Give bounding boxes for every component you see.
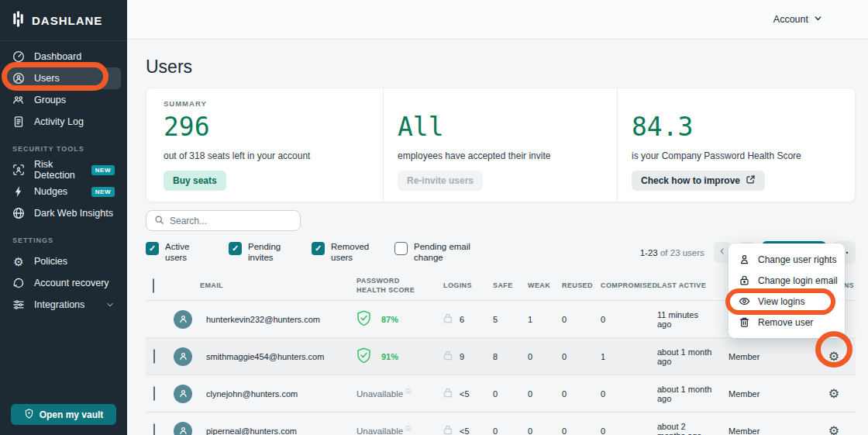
sidebar-item-risk-detection[interactable]: Risk Detection NEW	[6, 159, 121, 181]
groups-icon	[12, 94, 25, 106]
safe-count: 0	[477, 389, 513, 399]
compromised-count: 0	[587, 426, 643, 435]
sidebar-item-dashboard[interactable]: Dashboard	[6, 46, 121, 67]
shield-check-icon	[356, 310, 371, 328]
weak-count: 0	[513, 389, 547, 399]
checkbox[interactable]: ✓	[229, 242, 242, 255]
last-active: about 2 months ago	[643, 422, 715, 435]
user-rights: Member	[715, 426, 812, 435]
sidebar-item-users[interactable]: Users	[6, 67, 121, 89]
sidebar-item-policies[interactable]: ⚙ Policies	[6, 250, 121, 272]
filter-pending-email-change[interactable]: Pending email change	[394, 242, 482, 264]
checkbox[interactable]: ✓	[312, 242, 325, 255]
open-my-vault-button[interactable]: Open my vault	[11, 404, 116, 425]
eye-icon	[739, 295, 750, 307]
filter-pending-invites[interactable]: ✓ Pending invites	[229, 242, 288, 264]
select-all-checkbox[interactable]	[153, 278, 154, 293]
row-checkbox[interactable]	[153, 386, 155, 401]
filter-active-users[interactable]: ✓ Active users	[146, 242, 205, 264]
sidebar-item-label: Dashboard	[34, 51, 81, 62]
summary-invites-column: All employees have accepted their invite…	[383, 88, 617, 202]
users-icon	[12, 72, 25, 85]
logins-count: 9	[460, 352, 464, 361]
gear-icon[interactable]: ⚙	[828, 425, 839, 435]
chevron-down-icon	[813, 13, 823, 26]
sidebar-item-integrations[interactable]: Integrations	[6, 294, 121, 316]
filter-removed-users[interactable]: ✓ Removed users	[312, 242, 371, 264]
sidebar-section-title: SECURITY TOOLS	[6, 133, 121, 159]
menu-item-change-login-email[interactable]: Change login email	[728, 270, 845, 291]
sidebar-item-label: Activity Log	[34, 116, 84, 127]
filter-label: Removed users	[331, 242, 371, 264]
column-header-safe: SAFE	[477, 281, 513, 291]
dashboard-icon	[12, 50, 25, 63]
search-icon	[154, 214, 164, 228]
row-checkbox[interactable]	[153, 349, 155, 364]
gear-icon[interactable]: ⚙	[828, 350, 839, 363]
sidebar-item-label: Policies	[34, 256, 67, 267]
policies-icon: ⚙	[12, 255, 25, 268]
user-actions-context-menu: Change user rights Change login email Vi…	[728, 243, 845, 338]
summary-health-column: 84.3 is your Company Password Health Sco…	[617, 88, 855, 202]
safe-count: 8	[477, 352, 513, 361]
avatar	[174, 310, 192, 329]
sidebar-item-groups[interactable]: Groups	[6, 89, 121, 111]
dashlane-wordmark: DASHLANE	[32, 14, 102, 27]
menu-item-change-user-rights[interactable]: Change user rights	[728, 249, 845, 270]
sidebar-item-dark-web-insights[interactable]: Dark Web Insights	[6, 202, 121, 224]
menu-item-remove-user[interactable]: Remove user	[728, 312, 845, 333]
dark-web-icon	[12, 207, 25, 219]
column-header-email: EMAIL	[200, 281, 344, 291]
menu-item-label: Change login email	[758, 275, 838, 286]
user-email: clynejohn@hunters.com	[200, 389, 344, 399]
health-score-description: is your Company Password Health Score	[632, 150, 855, 161]
row-checkbox[interactable]	[153, 423, 155, 435]
sidebar-item-account-recovery[interactable]: Account recovery	[6, 272, 121, 294]
sidebar-item-nudges[interactable]: Nudges NEW	[6, 181, 121, 202]
sidebar-item-label: Dark Web Insights	[34, 208, 113, 219]
main-content: Users SUMMARY 296 out of 318 seats left …	[127, 40, 868, 435]
lock-icon	[443, 313, 453, 325]
password-health-unavailable: Unavailable ⓘ	[356, 389, 411, 399]
search-input[interactable]	[170, 216, 292, 226]
new-badge: NEW	[91, 165, 115, 175]
reinvite-users-button[interactable]: Re-invite users	[398, 171, 483, 191]
column-header-weak: WEAK	[513, 281, 547, 291]
menu-item-view-logins[interactable]: View logins	[728, 291, 845, 312]
password-health-score: 91%	[381, 352, 398, 361]
sidebar-section-title: SETTINGS	[6, 224, 121, 250]
chevron-left-icon	[718, 247, 727, 258]
trash-icon	[739, 316, 750, 328]
topbar: Account	[127, 0, 868, 40]
password-health-unavailable: Unavailable ⓘ	[356, 426, 411, 435]
sidebar-item-label: Groups	[34, 95, 66, 105]
reused-count: 0	[547, 426, 587, 435]
gear-icon[interactable]: ⚙	[828, 388, 839, 400]
info-icon: ⓘ	[405, 389, 411, 395]
search-box	[146, 210, 301, 231]
buy-seats-button[interactable]: Buy seats	[164, 171, 226, 191]
sidebar-item-activity-log[interactable]: Activity Log	[6, 111, 121, 133]
weak-count: 0	[513, 352, 547, 361]
reused-count: 0	[547, 315, 587, 324]
dashlane-logo: DASHLANE	[0, 0, 127, 41]
external-link-icon	[746, 174, 756, 187]
password-health-score: 87%	[381, 315, 398, 324]
summary-seats-column: SUMMARY 296 out of 318 seats left in you…	[146, 88, 383, 202]
account-menu-button[interactable]: Account	[773, 13, 823, 26]
account-recovery-icon	[12, 277, 25, 289]
compromised-count: 0	[587, 315, 643, 324]
checkbox[interactable]: ✓	[146, 242, 159, 255]
filter-label: Pending email change	[414, 242, 482, 264]
sidebar-item-label: Users	[34, 73, 60, 84]
checkbox[interactable]	[394, 242, 408, 255]
column-header-last-active: LAST ACTIVE	[643, 281, 715, 291]
menu-item-label: View logins	[758, 296, 804, 307]
check-how-to-improve-button[interactable]: Check how to improve	[632, 171, 765, 191]
page-title: Users	[146, 57, 856, 78]
table-row: clynejohn@hunters.com Unavailable ⓘ <5 0…	[146, 375, 856, 413]
sidebar-item-label: Account recovery	[34, 278, 109, 288]
safe-count: 0	[477, 426, 513, 435]
logins-count: 6	[460, 315, 464, 324]
weak-count: 0	[513, 426, 547, 435]
